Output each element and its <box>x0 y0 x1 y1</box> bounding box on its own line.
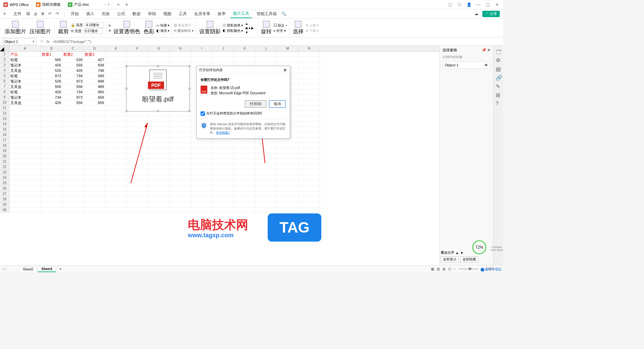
cell[interactable] <box>105 159 127 164</box>
cell[interactable] <box>299 121 320 127</box>
col-header[interactable]: E <box>105 46 127 51</box>
cell[interactable] <box>299 148 320 154</box>
cell[interactable] <box>62 181 84 186</box>
cell[interactable] <box>9 170 41 175</box>
cell[interactable] <box>62 105 84 111</box>
cell[interactable] <box>148 181 170 186</box>
cell[interactable] <box>105 100 127 105</box>
cell[interactable] <box>84 111 105 116</box>
align-button[interactable]: ≡ 对齐 ▾ <box>274 29 287 33</box>
cell[interactable] <box>277 52 299 57</box>
cell[interactable] <box>105 52 127 57</box>
cell[interactable] <box>234 154 256 159</box>
cell[interactable] <box>127 197 148 202</box>
cell[interactable] <box>299 111 320 116</box>
cell[interactable] <box>62 138 84 143</box>
cell[interactable] <box>41 164 62 170</box>
menu-efficiency[interactable]: 效率 <box>215 10 228 18</box>
cell[interactable] <box>277 181 299 186</box>
cell[interactable] <box>105 170 127 175</box>
cell[interactable] <box>84 186 105 191</box>
cell[interactable] <box>62 170 84 175</box>
cell[interactable] <box>148 191 170 197</box>
cell[interactable] <box>105 73 127 79</box>
cell[interactable] <box>191 159 213 164</box>
cell[interactable] <box>213 143 234 148</box>
cell[interactable] <box>9 121 41 127</box>
row-header[interactable]: 23 <box>0 170 9 175</box>
row-header[interactable]: 2 <box>0 57 9 62</box>
col-header[interactable]: N <box>299 46 320 51</box>
cell[interactable] <box>84 148 105 154</box>
cell[interactable] <box>41 159 62 164</box>
cell[interactable] <box>148 143 170 148</box>
cell[interactable] <box>299 73 320 79</box>
dialog-close-button[interactable]: ✕ <box>283 67 287 73</box>
cell[interactable] <box>62 164 84 170</box>
cell[interactable] <box>277 197 299 202</box>
view-normal-icon[interactable]: ▦ <box>431 267 434 271</box>
cell[interactable] <box>299 181 320 186</box>
cell[interactable] <box>170 57 191 62</box>
cell[interactable] <box>41 207 62 213</box>
cell[interactable] <box>9 202 41 207</box>
search-icon[interactable]: 🔍 <box>281 11 287 17</box>
menu-tools[interactable]: 工具 <box>176 10 190 18</box>
nudge-up-icon[interactable]: ▲ <box>245 22 248 26</box>
row-header[interactable]: 9 <box>0 95 9 100</box>
cell[interactable] <box>105 143 127 148</box>
cell[interactable] <box>62 127 84 132</box>
cell[interactable]: 965 <box>84 89 105 95</box>
lock-icon[interactable]: 🔒 <box>71 23 75 27</box>
menu-picture-tools[interactable]: 图片工具 <box>230 10 252 18</box>
cell[interactable] <box>127 186 148 191</box>
cell[interactable] <box>170 170 191 175</box>
cell[interactable] <box>84 191 105 197</box>
cell[interactable] <box>299 197 320 202</box>
cell[interactable]: 426 <box>41 100 62 105</box>
cancel-button[interactable]: 取消 <box>269 100 286 108</box>
cell[interactable] <box>256 170 277 175</box>
menu-formula[interactable]: 公式 <box>114 10 128 18</box>
cell[interactable] <box>127 207 148 213</box>
cell[interactable] <box>277 202 299 207</box>
cell[interactable] <box>148 148 170 154</box>
col-header[interactable]: K <box>234 46 256 51</box>
cell[interactable] <box>105 95 127 100</box>
tab-template[interactable]: ◆ 找稻壳模板 <box>33 0 64 9</box>
cell[interactable] <box>213 175 234 181</box>
cell[interactable]: 产品 <box>9 52 41 57</box>
menu-insert[interactable]: 插入 <box>84 10 97 18</box>
cell[interactable] <box>299 105 320 111</box>
row-header[interactable]: 19 <box>0 148 9 154</box>
cell[interactable] <box>213 159 234 164</box>
outline-button[interactable]: ▭ 轮廓 ▾ <box>156 23 170 28</box>
row-header[interactable]: 13 <box>0 116 9 121</box>
grid-tool-icon[interactable]: ⊞ <box>496 92 501 97</box>
sheet-tab-active[interactable]: Sheet1 <box>38 266 56 272</box>
cell[interactable] <box>191 175 213 181</box>
cell[interactable] <box>41 148 62 154</box>
cell[interactable] <box>105 127 127 132</box>
cell[interactable]: 556 <box>62 62 84 68</box>
tab-wps-office[interactable]: W WPS Office <box>0 0 33 9</box>
cell[interactable] <box>277 154 299 159</box>
cell[interactable]: 笔记本 <box>9 79 41 84</box>
shadow-button[interactable]: 设置阴影 <box>198 20 222 36</box>
redo-icon[interactable]: ↷ <box>56 11 61 17</box>
cell[interactable] <box>9 181 41 186</box>
cell[interactable] <box>277 164 299 170</box>
menu-start[interactable]: 开始 <box>68 10 82 18</box>
cell[interactable] <box>148 164 170 170</box>
cell[interactable] <box>170 181 191 186</box>
cell[interactable] <box>84 175 105 181</box>
edit-tool-icon[interactable]: ✎ <box>496 83 501 89</box>
cell[interactable] <box>299 207 320 213</box>
row-header[interactable]: 22 <box>0 164 9 170</box>
cell[interactable] <box>84 159 105 164</box>
menu-page[interactable]: 页面 <box>99 10 112 18</box>
cell[interactable] <box>299 138 320 143</box>
cell[interactable] <box>191 148 213 154</box>
cell[interactable] <box>9 186 41 191</box>
cell[interactable] <box>299 68 320 73</box>
